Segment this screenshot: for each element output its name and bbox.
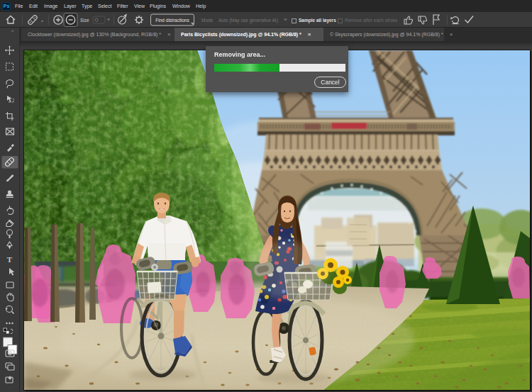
svg-text:»: » [11,28,14,33]
svg-text:T: T [7,255,13,264]
